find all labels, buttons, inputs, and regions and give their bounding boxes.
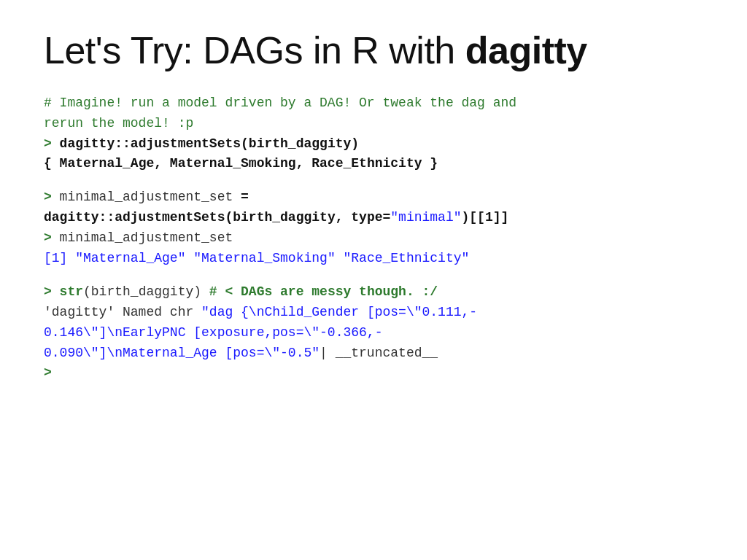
prompt-2: > xyxy=(44,190,60,204)
comment-dags-messy: # < DAGs are messy though. :/ xyxy=(201,284,438,299)
str-string-3: 0.090\"]\nMaternal_Age [pos=\"-0.5" xyxy=(44,346,320,360)
title-bold: dagitty xyxy=(465,29,587,71)
comment-text-2: rerun the model! :p xyxy=(44,116,193,131)
func-adjustmentsets: dagitty::adjustmentSets xyxy=(60,136,241,151)
str-string-2: 0.146\"]\nEarlyPNC [exposure,pos=\"-0.36… xyxy=(44,325,382,340)
code-line-adjustmentsets-2: dagitty::adjustmentSets(birth_daggity, t… xyxy=(44,208,703,228)
func-args-1: (birth_daggity) xyxy=(241,136,359,151)
slide-title: Let's Try: DAGs in R with dagitty xyxy=(44,29,703,73)
comment-line-2: rerun the model! :p xyxy=(44,114,703,134)
spacer-2 xyxy=(44,269,703,282)
str-string-1: "dag {\nChild_Gender [pos=\"0.111,- xyxy=(201,305,477,319)
str-label: 'dagitty' Named chr xyxy=(44,305,201,319)
var-name-print: minimal_adjustment_set xyxy=(60,230,233,245)
comment-text-1: # Imagine! run a model driven by a DAG! … xyxy=(44,96,516,110)
prompt-4: > xyxy=(44,284,60,299)
code-line-adjustmentsets: > dagitty::adjustmentSets(birth_daggity) xyxy=(44,134,703,155)
string-minimal: "minimal" xyxy=(390,210,461,225)
result-brace-open: { xyxy=(44,156,60,171)
result-vars: Maternal_Age, Maternal_Smoking, Race_Eth… xyxy=(60,156,422,171)
equals-sign: = xyxy=(241,190,249,204)
str-output-1: 'dagitty' Named chr "dag {\nChild_Gender… xyxy=(44,303,703,323)
code-block: # Imagine! run a model driven by a DAG! … xyxy=(44,93,703,384)
var-name: minimal_adjustment_set xyxy=(60,190,241,204)
func-adjustmentsets-2: dagitty::adjustmentSets xyxy=(44,210,225,225)
spacer-1 xyxy=(44,174,703,187)
func-str-args: (birth_daggity) xyxy=(83,284,201,299)
comment-line-1: # Imagine! run a model driven by a DAG! … xyxy=(44,93,703,114)
prompt-3: > xyxy=(44,230,60,245)
result-line-1: { Maternal_Age, Maternal_Smoking, Race_E… xyxy=(44,154,703,174)
result-line-2: [1] "Maternal_Age" "Maternal_Smoking" "R… xyxy=(44,249,703,269)
slide: Let's Try: DAGs in R with dagitty # Imag… xyxy=(0,0,747,560)
func-str: str xyxy=(60,284,83,299)
code-line-print-var: > minimal_adjustment_set xyxy=(44,228,703,249)
str-output-3: 0.090\"]\nMaternal_Age [pos=\"-0.5"| __t… xyxy=(44,343,703,364)
code-line-assignment: > minimal_adjustment_set = xyxy=(44,187,703,208)
truncated-label: | __truncated__ xyxy=(320,346,438,360)
code-line-str: > str(birth_daggity) # < DAGs are messy … xyxy=(44,282,703,303)
result-brace-close: } xyxy=(422,156,438,171)
final-prompt: > xyxy=(44,363,703,384)
index-1: [1] xyxy=(44,251,75,265)
str-output-2: 0.146\"]\nEarlyPNC [exposure,pos=\"-0.36… xyxy=(44,323,703,343)
index-bracket: )[[1]] xyxy=(462,210,509,225)
prompt-5: > xyxy=(44,365,52,380)
title-prefix: Let's Try: DAGs in R with xyxy=(44,29,465,71)
prompt-1: > xyxy=(44,136,60,151)
result-values: "Maternal_Age" "Maternal_Smoking" "Race_… xyxy=(75,251,469,265)
func-args-2a: (birth_daggity, type= xyxy=(225,210,390,225)
